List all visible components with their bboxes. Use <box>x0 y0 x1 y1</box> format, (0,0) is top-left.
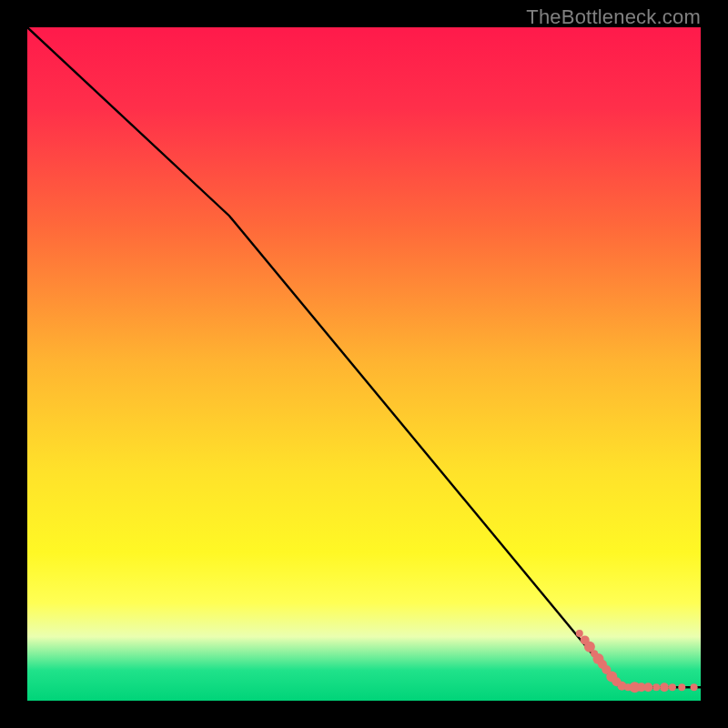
data-point <box>691 683 698 691</box>
data-point <box>576 630 583 637</box>
chart-stage: TheBottleneck.com <box>0 0 728 728</box>
data-point <box>678 683 685 691</box>
data-point <box>660 682 669 692</box>
data-point <box>643 682 652 692</box>
data-point <box>652 683 660 691</box>
attribution-label: TheBottleneck.com <box>526 5 701 29</box>
gradient-background <box>27 27 701 701</box>
chart-svg <box>27 27 701 701</box>
data-point <box>669 683 676 691</box>
plot-area <box>27 27 701 701</box>
